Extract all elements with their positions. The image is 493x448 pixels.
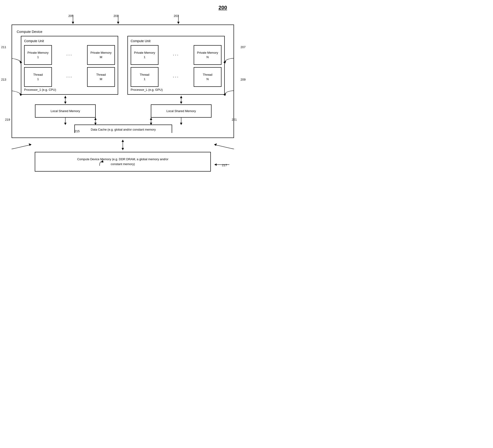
thread-1-left: Thread 1 xyxy=(24,67,52,87)
svg-marker-18 xyxy=(64,123,67,125)
thread-n: Thread N xyxy=(194,67,222,87)
ref-219: 219 xyxy=(5,118,10,121)
dots-left-bottom: ··· xyxy=(55,75,84,79)
svg-text:Local Shared Memory: Local Shared Memory xyxy=(166,109,196,113)
svg-marker-25 xyxy=(150,118,152,120)
svg-marker-12 xyxy=(180,96,182,98)
compute-device-label: Compute Device xyxy=(17,30,229,33)
svg-text:Data Cache (e.g. global and/or: Data Cache (e.g. global and/or constant … xyxy=(91,128,156,131)
compute-unit-left-label: Compute Unit xyxy=(24,39,115,43)
svg-marker-9 xyxy=(64,96,67,98)
svg-marker-11 xyxy=(180,102,182,104)
svg-marker-20 xyxy=(94,118,97,120)
svg-text:Local Shared Memory: Local Shared Memory xyxy=(51,109,80,113)
private-memory-1-left: Private Memory 1 xyxy=(24,45,52,65)
svg-marker-7 xyxy=(64,102,67,104)
private-memory-n: Private Memory N xyxy=(194,45,222,65)
ref-209: 209 xyxy=(240,78,246,81)
svg-marker-23 xyxy=(180,123,182,125)
ref-211: 211 xyxy=(1,45,6,49)
ref-215: 215 xyxy=(75,130,80,133)
svg-marker-5 xyxy=(177,22,179,24)
private-memory-1-right: Private Memory 1 xyxy=(131,45,158,65)
svg-marker-38 xyxy=(122,148,124,150)
processor-l-label: Processor_L (e.g. GPU) xyxy=(131,88,222,91)
private-memory-m: Private Memory M xyxy=(87,45,115,65)
dots-right-top: ··· xyxy=(162,53,190,57)
ref-221: 221 xyxy=(232,118,237,121)
processor-1-label: Processor_1 (e.g. CPU) xyxy=(24,88,115,91)
thread-m: Thread M xyxy=(87,67,115,87)
ref-217: 217 xyxy=(222,164,227,167)
compute-unit-right-label: Compute Unit xyxy=(131,39,222,43)
thread-1-right: Thread 1 xyxy=(131,67,158,87)
ref-213: 213 xyxy=(1,78,6,81)
top-arrows-svg xyxy=(11,13,234,24)
svg-marker-39 xyxy=(122,140,124,142)
bottom-double-arrow-svg xyxy=(117,139,129,151)
svg-marker-40 xyxy=(214,164,217,166)
svg-text:data cache): data cache) xyxy=(115,132,131,133)
compute-device-memory-box: Compute Device Memory (e.g. DDR DRAM, a … xyxy=(35,152,211,172)
dots-left-top: ··· xyxy=(55,53,84,57)
internal-arrows-svg: Local Shared Memory Local Shared Memory xyxy=(17,96,230,133)
full-diagram: 200 205 201 203 Compute Device xyxy=(5,5,241,172)
figure-number: 200 xyxy=(218,5,227,11)
ref-207: 207 xyxy=(240,45,246,49)
svg-marker-3 xyxy=(117,22,119,24)
dots-right-bottom: ··· xyxy=(162,75,190,79)
svg-marker-1 xyxy=(72,22,74,24)
